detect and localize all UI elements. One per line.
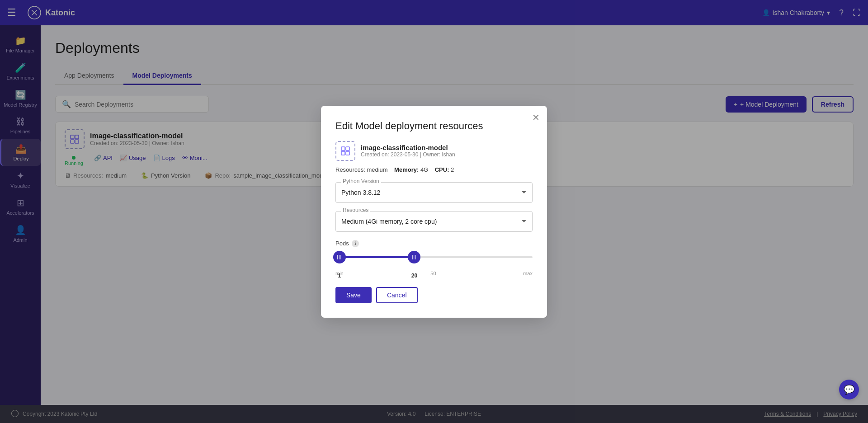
- modal-model-meta: Created on: 2023-05-30 | Owner: Ishan: [361, 151, 455, 158]
- modal-resources-val: medium: [367, 166, 387, 173]
- slider-min-thumb-icon: |||: [337, 254, 342, 259]
- slider-fill: [335, 256, 418, 258]
- svg-rect-8: [346, 151, 349, 155]
- modal-model-header: image-classification-model Created on: 2…: [335, 141, 533, 161]
- resources-select[interactable]: Medium (4Gi memory, 2 core cpu) Small (2…: [335, 211, 533, 232]
- slider-max-thumb-icon: |||: [412, 254, 417, 259]
- modal-resources-summary: Resources: medium Memory: 4G CPU: 2: [335, 166, 533, 173]
- modal-memory-label: Memory:: [394, 166, 419, 173]
- modal-model-name: image-classification-model: [361, 144, 455, 151]
- python-version-label: Python Version: [341, 178, 381, 184]
- slider-limits: min 50 max: [335, 271, 533, 276]
- slider-max-limit-val: 50: [430, 271, 436, 276]
- svg-rect-6: [346, 147, 349, 150]
- pods-info-icon[interactable]: ℹ: [352, 240, 359, 247]
- modal-cpu-label: CPU:: [435, 166, 449, 173]
- python-version-select[interactable]: Python 3.8.12 Python 3.7 Python 3.9 Pyth…: [335, 182, 533, 203]
- slider-min-thumb[interactable]: |||: [333, 251, 346, 263]
- python-version-group: Python Version Python 3.8.12 Python 3.7 …: [335, 182, 533, 203]
- pods-label: Pods ℹ: [335, 240, 533, 247]
- modal-model-icon: [335, 141, 355, 161]
- svg-rect-7: [341, 151, 345, 155]
- resources-group: Resources Medium (4Gi memory, 2 core cpu…: [335, 211, 533, 232]
- modal-cpu-val: 2: [451, 166, 454, 173]
- chat-fab-button[interactable]: 💬: [839, 380, 859, 400]
- chat-icon: 💬: [844, 384, 855, 395]
- slider-container: ||| 1 ||| 20 min 50 max: [335, 256, 533, 276]
- modal-model-info: image-classification-model Created on: 2…: [361, 144, 455, 158]
- modal-close-button[interactable]: ✕: [532, 113, 540, 122]
- slider-max-value: 20: [411, 273, 417, 279]
- pods-section: Pods ℹ ||| 1 ||| 20: [335, 240, 533, 276]
- edit-deployment-modal: ✕ Edit Model deployment resources image-…: [321, 106, 547, 318]
- modal-title: Edit Model deployment resources: [335, 120, 533, 132]
- modal-buttons: Save Cancel: [335, 287, 533, 303]
- modal-resources-label: Resources:: [335, 166, 365, 173]
- slider-track: ||| 1 ||| 20: [335, 256, 533, 258]
- resources-dropdown-label: Resources: [341, 207, 370, 213]
- slider-max-thumb[interactable]: |||: [408, 251, 420, 263]
- svg-rect-5: [341, 147, 345, 150]
- slider-max-label: max: [523, 271, 533, 276]
- save-button[interactable]: Save: [335, 287, 372, 303]
- modal-memory-val: 4G: [420, 166, 428, 173]
- slider-min-value: 1: [338, 273, 341, 279]
- modal-overlay[interactable]: ✕ Edit Model deployment resources image-…: [0, 0, 868, 423]
- cancel-button[interactable]: Cancel: [376, 287, 418, 303]
